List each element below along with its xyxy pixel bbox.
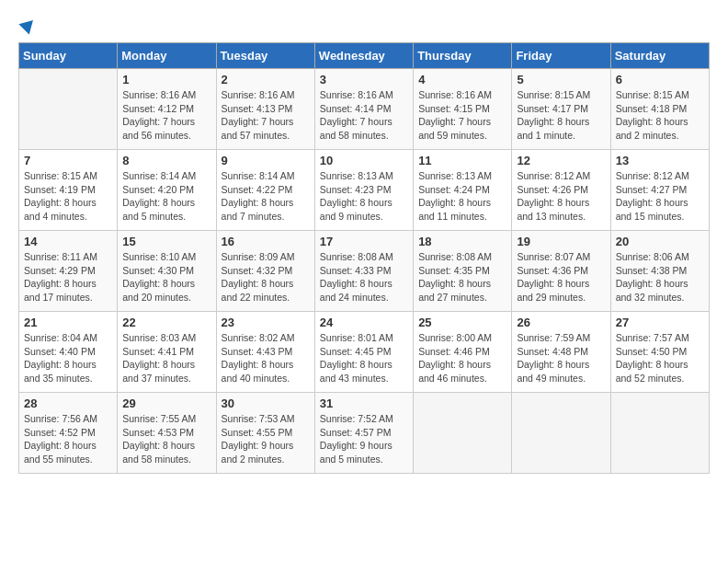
day-info: Sunrise: 8:12 AMSunset: 4:26 PMDaylight:… xyxy=(517,169,605,224)
calendar-cell xyxy=(610,393,709,474)
page-header xyxy=(18,18,710,33)
day-number: 16 xyxy=(222,235,310,248)
calendar-cell: 17Sunrise: 8:08 AMSunset: 4:33 PMDayligh… xyxy=(314,231,413,312)
day-info: Sunrise: 8:15 AMSunset: 4:18 PMDaylight:… xyxy=(616,88,704,143)
day-info: Sunrise: 8:04 AMSunset: 4:40 PMDaylight:… xyxy=(24,331,112,385)
day-number: 25 xyxy=(418,316,506,329)
calendar-cell: 21Sunrise: 8:04 AMSunset: 4:40 PMDayligh… xyxy=(19,312,118,393)
day-number: 4 xyxy=(418,73,506,86)
calendar-cell: 25Sunrise: 8:00 AMSunset: 4:46 PMDayligh… xyxy=(414,312,512,393)
day-info: Sunrise: 7:55 AMSunset: 4:53 PMDaylight:… xyxy=(122,412,210,466)
calendar-cell: 10Sunrise: 8:13 AMSunset: 4:23 PMDayligh… xyxy=(314,150,413,231)
day-info: Sunrise: 8:11 AMSunset: 4:29 PMDaylight:… xyxy=(24,250,112,304)
calendar-cell: 19Sunrise: 8:07 AMSunset: 4:36 PMDayligh… xyxy=(512,231,610,312)
day-number: 13 xyxy=(616,154,704,167)
day-number: 2 xyxy=(222,73,310,86)
calendar-header-sunday: Sunday xyxy=(19,43,118,69)
calendar-cell: 2Sunrise: 8:16 AMSunset: 4:13 PMDaylight… xyxy=(216,69,314,150)
calendar-cell: 4Sunrise: 8:16 AMSunset: 4:15 PMDaylight… xyxy=(414,69,512,150)
day-info: Sunrise: 8:13 AMSunset: 4:24 PMDaylight:… xyxy=(418,169,506,224)
day-info: Sunrise: 8:16 AMSunset: 4:12 PMDaylight:… xyxy=(122,88,210,143)
day-number: 5 xyxy=(517,73,605,86)
day-number: 20 xyxy=(616,235,704,248)
day-number: 10 xyxy=(320,154,408,167)
calendar-cell: 27Sunrise: 7:57 AMSunset: 4:50 PMDayligh… xyxy=(610,312,709,393)
day-info: Sunrise: 7:59 AMSunset: 4:48 PMDaylight:… xyxy=(517,331,605,385)
day-info: Sunrise: 8:01 AMSunset: 4:45 PMDaylight:… xyxy=(320,331,408,385)
calendar-cell: 16Sunrise: 8:09 AMSunset: 4:32 PMDayligh… xyxy=(216,231,314,312)
day-info: Sunrise: 8:09 AMSunset: 4:32 PMDaylight:… xyxy=(222,250,310,304)
day-info: Sunrise: 8:07 AMSunset: 4:36 PMDaylight:… xyxy=(517,250,605,304)
day-number: 15 xyxy=(122,235,210,248)
day-number: 24 xyxy=(320,316,408,329)
day-info: Sunrise: 8:08 AMSunset: 4:33 PMDaylight:… xyxy=(320,250,408,304)
day-number: 23 xyxy=(222,316,310,329)
calendar-cell: 1Sunrise: 8:16 AMSunset: 4:12 PMDaylight… xyxy=(118,69,216,150)
day-info: Sunrise: 8:12 AMSunset: 4:27 PMDaylight:… xyxy=(616,169,704,224)
calendar-cell: 7Sunrise: 8:15 AMSunset: 4:19 PMDaylight… xyxy=(19,150,118,231)
day-number: 30 xyxy=(222,396,310,410)
calendar-week-row: 21Sunrise: 8:04 AMSunset: 4:40 PMDayligh… xyxy=(19,312,710,393)
calendar-cell: 31Sunrise: 7:52 AMSunset: 4:57 PMDayligh… xyxy=(314,393,413,474)
day-number: 22 xyxy=(122,316,210,329)
calendar-week-row: 7Sunrise: 8:15 AMSunset: 4:19 PMDaylight… xyxy=(19,150,710,231)
day-info: Sunrise: 7:56 AMSunset: 4:52 PMDaylight:… xyxy=(24,412,112,466)
day-number: 27 xyxy=(616,316,704,329)
day-info: Sunrise: 8:14 AMSunset: 4:22 PMDaylight:… xyxy=(222,169,310,224)
day-number: 28 xyxy=(24,396,112,410)
day-number: 31 xyxy=(320,396,408,410)
day-number: 6 xyxy=(616,73,704,86)
day-info: Sunrise: 8:00 AMSunset: 4:46 PMDaylight:… xyxy=(418,331,506,385)
calendar-header-tuesday: Tuesday xyxy=(216,43,314,69)
day-info: Sunrise: 8:14 AMSunset: 4:20 PMDaylight:… xyxy=(122,169,210,224)
logo-icon xyxy=(18,15,38,34)
calendar-header-row: SundayMondayTuesdayWednesdayThursdayFrid… xyxy=(19,43,710,69)
day-number: 1 xyxy=(122,73,210,86)
day-info: Sunrise: 8:02 AMSunset: 4:43 PMDaylight:… xyxy=(222,331,310,385)
calendar-cell: 26Sunrise: 7:59 AMSunset: 4:48 PMDayligh… xyxy=(512,312,610,393)
day-number: 8 xyxy=(122,154,210,167)
day-info: Sunrise: 7:53 AMSunset: 4:55 PMDaylight:… xyxy=(222,412,310,466)
day-info: Sunrise: 7:57 AMSunset: 4:50 PMDaylight:… xyxy=(616,331,704,385)
calendar-week-row: 1Sunrise: 8:16 AMSunset: 4:12 PMDaylight… xyxy=(19,69,710,150)
calendar-cell: 15Sunrise: 8:10 AMSunset: 4:30 PMDayligh… xyxy=(118,231,216,312)
calendar-header-friday: Friday xyxy=(512,43,610,69)
calendar-cell: 13Sunrise: 8:12 AMSunset: 4:27 PMDayligh… xyxy=(610,150,709,231)
day-number: 26 xyxy=(517,316,605,329)
logo xyxy=(18,18,36,33)
day-info: Sunrise: 8:10 AMSunset: 4:30 PMDaylight:… xyxy=(122,250,210,304)
calendar-cell: 30Sunrise: 7:53 AMSunset: 4:55 PMDayligh… xyxy=(216,393,314,474)
calendar-cell xyxy=(19,69,118,150)
calendar-cell: 11Sunrise: 8:13 AMSunset: 4:24 PMDayligh… xyxy=(414,150,512,231)
day-info: Sunrise: 8:16 AMSunset: 4:15 PMDaylight:… xyxy=(418,88,506,143)
calendar-cell: 8Sunrise: 8:14 AMSunset: 4:20 PMDaylight… xyxy=(118,150,216,231)
calendar-week-row: 28Sunrise: 7:56 AMSunset: 4:52 PMDayligh… xyxy=(19,393,710,474)
calendar-header-wednesday: Wednesday xyxy=(314,43,413,69)
calendar-cell: 12Sunrise: 8:12 AMSunset: 4:26 PMDayligh… xyxy=(512,150,610,231)
day-info: Sunrise: 7:52 AMSunset: 4:57 PMDaylight:… xyxy=(320,412,408,466)
day-number: 17 xyxy=(320,235,408,248)
day-info: Sunrise: 8:16 AMSunset: 4:13 PMDaylight:… xyxy=(222,88,310,143)
day-info: Sunrise: 8:16 AMSunset: 4:14 PMDaylight:… xyxy=(320,88,408,143)
calendar-header-saturday: Saturday xyxy=(610,43,709,69)
day-info: Sunrise: 8:15 AMSunset: 4:17 PMDaylight:… xyxy=(517,88,605,143)
day-number: 19 xyxy=(517,235,605,248)
day-info: Sunrise: 8:13 AMSunset: 4:23 PMDaylight:… xyxy=(320,169,408,224)
day-number: 12 xyxy=(517,154,605,167)
calendar-cell: 24Sunrise: 8:01 AMSunset: 4:45 PMDayligh… xyxy=(314,312,413,393)
day-info: Sunrise: 8:03 AMSunset: 4:41 PMDaylight:… xyxy=(122,331,210,385)
day-number: 3 xyxy=(320,73,408,86)
calendar-cell: 9Sunrise: 8:14 AMSunset: 4:22 PMDaylight… xyxy=(216,150,314,231)
calendar-cell: 28Sunrise: 7:56 AMSunset: 4:52 PMDayligh… xyxy=(19,393,118,474)
calendar-header-thursday: Thursday xyxy=(414,43,512,69)
calendar-cell: 14Sunrise: 8:11 AMSunset: 4:29 PMDayligh… xyxy=(19,231,118,312)
calendar-cell: 20Sunrise: 8:06 AMSunset: 4:38 PMDayligh… xyxy=(610,231,709,312)
calendar-cell: 18Sunrise: 8:08 AMSunset: 4:35 PMDayligh… xyxy=(414,231,512,312)
calendar-cell: 6Sunrise: 8:15 AMSunset: 4:18 PMDaylight… xyxy=(610,69,709,150)
day-info: Sunrise: 8:15 AMSunset: 4:19 PMDaylight:… xyxy=(24,169,112,224)
calendar-table: SundayMondayTuesdayWednesdayThursdayFrid… xyxy=(18,42,710,474)
day-number: 18 xyxy=(418,235,506,248)
day-number: 21 xyxy=(24,316,112,329)
day-number: 9 xyxy=(222,154,310,167)
calendar-cell: 29Sunrise: 7:55 AMSunset: 4:53 PMDayligh… xyxy=(118,393,216,474)
